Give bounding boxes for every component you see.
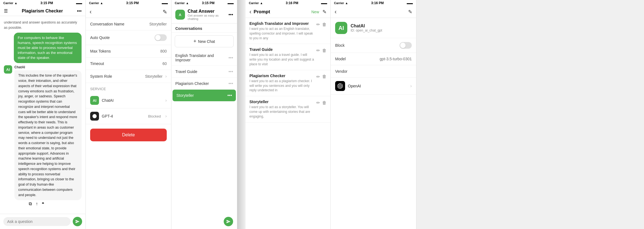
more-icon-3[interactable]: ••• xyxy=(228,12,233,17)
prompt-item-3: Plagiarism Checker I want you to act as … xyxy=(246,70,330,96)
wifi-icon-5: ▲ xyxy=(345,1,348,5)
timeout-row: Timeout 60 xyxy=(86,58,171,70)
carrier-5: Carrier xyxy=(334,1,344,5)
panel-divider-fade xyxy=(237,0,246,229)
carrier-4: Carrier xyxy=(249,1,259,5)
gpt4-service-name: GPT-4 xyxy=(102,114,113,118)
chat-scroll: understand and answer questions as accur… xyxy=(0,16,85,214)
block-toggle[interactable] xyxy=(400,42,412,49)
settings-panel: Carrier ▲ 3:15 PM ▬▬ ‹ ✎ Conversation Na… xyxy=(86,0,171,229)
prompt-name-3: Plagiarism Checker xyxy=(249,74,314,78)
system-role-chevron: › xyxy=(165,74,167,79)
conv-item-4[interactable]: Storyteller ••• xyxy=(173,90,236,102)
edit-icon-4[interactable]: ✏ xyxy=(316,100,320,105)
delete-icon-4[interactable]: 🗑 xyxy=(322,100,327,105)
edit-icon-3[interactable]: ✏ xyxy=(316,74,320,79)
back-button-4[interactable]: ‹ xyxy=(249,8,251,15)
max-tokens-label: Max Tokens xyxy=(90,49,111,53)
edit-icon-2[interactable]: ✏ xyxy=(316,48,320,53)
openai-chevron: › xyxy=(410,84,412,89)
app-name: Chat Answer xyxy=(188,9,229,14)
timeout-label: Timeout xyxy=(90,61,104,66)
conversations-panel: Carrier ▲ 3:15 PM ▬▬ A Chat Answer Get a… xyxy=(171,0,237,229)
time-2: 3:15 PM xyxy=(126,1,139,5)
chatai-chevron: › xyxy=(165,98,167,103)
ai-avatar: AI xyxy=(4,65,12,74)
system-role-row[interactable]: System Role Storyteller › xyxy=(86,70,171,83)
edit-button-5[interactable]: ✎ xyxy=(408,9,412,15)
gpt4-service-icon xyxy=(90,112,99,121)
back-button-2[interactable]: ‹ xyxy=(90,8,92,15)
ai-name-label: ChatAI xyxy=(14,65,82,69)
delete-button[interactable]: Delete xyxy=(90,129,167,141)
prompt-desc-3: I want you to act as a plagiarism checke… xyxy=(249,79,314,93)
conv-item-3[interactable]: Plagiarism Checker ••• xyxy=(171,78,237,90)
ai-bubble-text: This includes the tone of the speaker's … xyxy=(14,70,82,200)
service-gpt4-row[interactable]: GPT-4 Blocked › xyxy=(86,108,171,124)
model-value: gpt-3.5-turbo-0301 xyxy=(380,57,412,61)
edit-icon-1[interactable]: ✏ xyxy=(316,22,320,27)
ai-message: ChatAI This includes the tone of the spe… xyxy=(14,65,82,208)
wifi-icon-2: ▲ xyxy=(100,1,103,5)
menu-icon[interactable]: ☰ xyxy=(4,8,8,14)
conv-more-1[interactable]: ••• xyxy=(228,55,233,60)
new-chat-button[interactable]: + New Chat xyxy=(175,35,234,47)
service-chatai-row[interactable]: AI ChatAI › xyxy=(86,93,171,108)
auto-quote-toggle[interactable] xyxy=(155,34,167,41)
conv-more-2[interactable]: ••• xyxy=(228,69,233,74)
chatai-name: ChatAI xyxy=(351,24,382,28)
new-chat-label: New Chat xyxy=(198,39,215,44)
model-row: Model gpt-3.5-turbo-0301 xyxy=(331,53,416,65)
gpt4-chevron: › xyxy=(165,114,167,119)
openai-row[interactable]: OpenAI › xyxy=(331,78,416,95)
conv-item-1[interactable]: English Translator and Improver ••• xyxy=(171,50,237,66)
conv-name-1: English Translator and Improver xyxy=(175,53,228,62)
delete-icon-1[interactable]: 🗑 xyxy=(322,22,327,27)
intro-text: understand and answer questions as accur… xyxy=(0,18,85,30)
conv-more-4[interactable]: ••• xyxy=(227,93,232,98)
compose-button[interactable] xyxy=(224,217,233,226)
edit-prompt-icon[interactable]: ✎ xyxy=(322,9,327,15)
status-bar-5: Carrier ▲ 3:16 PM ▬▬ xyxy=(331,0,416,6)
chatai-info-row: AI ChatAI ID: open_ai_chat_gpt xyxy=(331,18,416,38)
gpt4-blocked-label: Blocked xyxy=(148,114,161,118)
conv-item-2[interactable]: Travel Guide ••• xyxy=(171,66,237,78)
prompt-desc-4: I want you to act as a storyteller. You … xyxy=(249,105,314,119)
timeout-value: 60 xyxy=(162,61,167,66)
chat-header: ☰ Plagiarism Checker ••• xyxy=(0,6,85,16)
conv-name-4: Storyteller xyxy=(176,93,194,98)
plus-icon: + xyxy=(194,38,197,44)
system-role-value: Storyteller xyxy=(145,74,163,79)
block-label: Block xyxy=(335,43,345,48)
status-bar-1: Carrier ▲ 3:15 PM ▬▬ xyxy=(0,0,85,6)
carrier-2: Carrier xyxy=(89,1,99,5)
system-role-label: System Role xyxy=(90,74,112,79)
chat-input[interactable] xyxy=(3,217,71,226)
quote-icon[interactable]: ❝ xyxy=(42,201,44,207)
more-icon-1[interactable]: ••• xyxy=(77,9,82,14)
delete-icon-2[interactable]: 🗑 xyxy=(322,48,327,53)
openai-icon xyxy=(335,81,345,91)
wifi-icon-1: ▲ xyxy=(14,1,17,5)
copy-icon[interactable]: ⧉ xyxy=(29,201,32,207)
max-tokens-value: 800 xyxy=(160,49,167,53)
prompt-panel: Carrier ▲ 3:16 PM ▬▬ ‹ Prompt New ✎ Engl… xyxy=(246,0,331,229)
model-settings-panel: Carrier ▲ 3:16 PM ▬▬ ‹ ✎ AI ChatAI ID: o… xyxy=(331,0,416,229)
back-button-5[interactable]: ‹ xyxy=(335,8,337,15)
settings-header: ‹ ✎ xyxy=(86,6,171,18)
edit-button[interactable]: ✎ xyxy=(163,9,167,15)
send-button[interactable] xyxy=(73,217,82,226)
user-bubble: For computers to behave like humans, spe… xyxy=(14,33,82,63)
delete-icon-3[interactable]: 🗑 xyxy=(322,74,327,79)
chatai-service-icon: AI xyxy=(90,96,99,105)
carrier-1: Carrier xyxy=(3,1,13,5)
share-icon[interactable]: ↑ xyxy=(36,201,38,207)
model-settings-header: ‹ ✎ xyxy=(331,6,416,18)
conv-more-3[interactable]: ••• xyxy=(228,81,233,86)
chatai-service-name: ChatAI xyxy=(102,98,114,103)
settings-list: Conversation Name Storyteller Auto Quote… xyxy=(86,18,171,229)
conversations-header: A Chat Answer Get answer as easy as chat… xyxy=(171,6,237,24)
app-subtitle: Get answer as easy as chatting xyxy=(188,14,229,20)
vendor-row: Vendor xyxy=(331,65,416,78)
new-prompt-button[interactable]: New xyxy=(311,10,319,14)
